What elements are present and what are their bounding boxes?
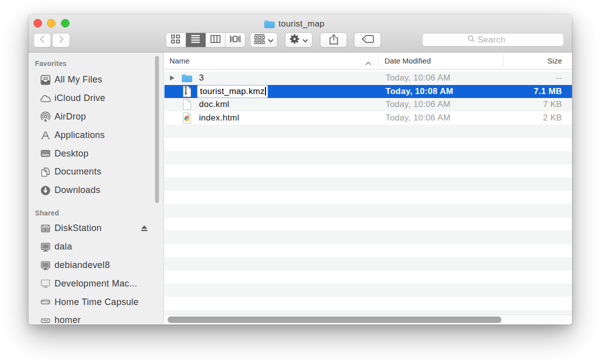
- sidebar-item-debiandevel8[interactable]: debiandevel8: [28, 256, 164, 274]
- action-button[interactable]: [285, 32, 312, 48]
- chevron-down-icon: [302, 36, 308, 44]
- flatbox-icon: [40, 314, 52, 324]
- empty-row: [164, 218, 572, 231]
- sort-ascending-icon: [365, 58, 372, 67]
- column-view-icon: [210, 35, 220, 45]
- sidebar-item-documents[interactable]: Documents: [28, 163, 164, 182]
- desktop-icon: [40, 148, 52, 160]
- empty-row: [164, 270, 572, 284]
- file-name: index.html: [199, 113, 239, 123]
- list-view-icon: [191, 34, 200, 46]
- file-row-index-html[interactable]: index.htmlToday, 10:06 AM2 KB: [164, 112, 572, 125]
- finder-window: tourist_map Search Favorite: [28, 14, 572, 324]
- eject-icon[interactable]: [140, 224, 148, 232]
- text-insertion-cursor: [265, 87, 266, 96]
- sidebar-item-label: Applications: [54, 130, 105, 140]
- airdrop-icon: [40, 111, 52, 123]
- sidebar-item-applications[interactable]: Applications: [28, 126, 164, 144]
- sidebar-item-label: DiskStation: [54, 223, 102, 234]
- sidebar-item-label: Home Time Capsule: [54, 297, 138, 308]
- search-field[interactable]: Search: [422, 33, 564, 46]
- folder-icon: [181, 72, 193, 84]
- kmz-doc-icon: [181, 86, 193, 98]
- sidebar-item-label: homer: [54, 315, 81, 324]
- forward-chevron-icon: [58, 35, 64, 46]
- empty-row: [164, 178, 572, 191]
- sidebar-item-dala[interactable]: dala: [28, 238, 164, 256]
- file-row-doc-kml[interactable]: doc.kmlToday, 10:06 AM7 KB: [164, 98, 572, 112]
- file-size: 7 KB: [543, 100, 562, 110]
- file-row-3[interactable]: 3Today, 10:06 AM--: [164, 72, 572, 85]
- empty-row: [164, 151, 572, 164]
- file-size: 7.1 MB: [534, 86, 562, 96]
- blank-doc-icon: [181, 98, 193, 110]
- sidebar-item-downloads[interactable]: Downloads: [28, 181, 164, 200]
- file-date-modified: Today, 10:08 AM: [386, 86, 454, 96]
- column-header-name[interactable]: Name: [170, 56, 190, 65]
- empty-row: [164, 257, 572, 270]
- column-divider[interactable]: [503, 55, 504, 66]
- magnifier-icon: [468, 35, 475, 44]
- sidebar-item-homer[interactable]: homer: [28, 312, 164, 324]
- file-name: 3: [199, 73, 204, 83]
- timecapsule-icon: [40, 296, 52, 308]
- arrange-grid-icon: [254, 34, 265, 46]
- coverflow-view-button[interactable]: [226, 33, 245, 47]
- forward-button[interactable]: [52, 33, 70, 48]
- column-view-button[interactable]: [206, 33, 226, 47]
- empty-row: [164, 297, 572, 310]
- empty-row: [164, 244, 572, 258]
- window-title-group: tourist_map: [28, 18, 566, 29]
- sidebar-item-label: Development Mac...: [54, 278, 137, 289]
- sidebar-item-airdrop[interactable]: AirDrop: [28, 108, 164, 126]
- sidebar-item-label: All My Files: [54, 74, 102, 85]
- sidebar-item-label: Documents: [54, 166, 102, 177]
- all-my-files-icon: [40, 74, 52, 86]
- column-header-date-modified[interactable]: Date Modified: [384, 56, 431, 65]
- file-list-pane: Name Date Modified Size 3Today, 10:06 AM…: [164, 52, 572, 324]
- column-header-size[interactable]: Size: [548, 56, 562, 65]
- sidebar-item-home-time-capsule[interactable]: Home Time Capsule: [28, 293, 164, 312]
- downloads-icon: [40, 184, 52, 196]
- back-button[interactable]: [34, 33, 51, 48]
- icon-view-button[interactable]: [166, 33, 186, 47]
- empty-row: [164, 284, 572, 297]
- documents-icon: [40, 166, 52, 178]
- sidebar-item-all-my-files[interactable]: All My Files: [28, 71, 164, 90]
- sidebar-item-desktop[interactable]: Desktop: [28, 144, 164, 163]
- file-size: --: [556, 73, 562, 83]
- file-date-modified: Today, 10:06 AM: [386, 113, 450, 123]
- arrange-button[interactable]: [250, 32, 278, 48]
- column-divider[interactable]: [378, 55, 379, 66]
- list-header: Name Date Modified Size: [164, 52, 572, 70]
- empty-row: [164, 230, 572, 244]
- file-rows: 3Today, 10:06 AM--tourist_map.kmzToday, …: [164, 72, 572, 324]
- sidebar-item-label: dala: [54, 242, 72, 252]
- empty-row: [164, 124, 572, 138]
- sidebar-item-development-mac[interactable]: Development Mac...: [28, 274, 164, 293]
- filename-edit-field[interactable]: tourist_map.kmz: [198, 86, 268, 98]
- empty-row: [164, 138, 572, 152]
- file-size: 2 KB: [543, 113, 562, 123]
- list-view-button[interactable]: [186, 33, 206, 47]
- sidebar-item-label: Downloads: [54, 185, 100, 196]
- horizontal-scrollbar-thumb[interactable]: [168, 316, 502, 323]
- empty-row: [164, 191, 572, 204]
- tag-button[interactable]: [354, 32, 381, 48]
- share-button[interactable]: [320, 32, 347, 48]
- sidebar-item-icloud-drive[interactable]: iCloud Drive: [28, 89, 164, 108]
- file-name: doc.kml: [199, 100, 230, 110]
- file-row-tourist-map-kmz[interactable]: tourist_map.kmzToday, 10:08 AM7.1 MB: [164, 85, 572, 98]
- file-date-modified: Today, 10:06 AM: [386, 73, 450, 83]
- applications-icon: [40, 129, 52, 141]
- sidebar-item-label: Desktop: [54, 148, 88, 159]
- disclosure-triangle-icon[interactable]: [170, 76, 174, 80]
- empty-row: [164, 164, 572, 178]
- filename-edit-text: tourist_map.kmz: [200, 86, 264, 96]
- display-icon: [40, 241, 52, 253]
- window-header: tourist_map Search: [28, 14, 572, 52]
- sidebar-item-label: AirDrop: [54, 112, 86, 122]
- sidebar-section-label-shared: Shared: [35, 209, 59, 217]
- icloud-icon: [40, 92, 52, 104]
- sidebar-item-diskstation[interactable]: DiskStation: [28, 220, 164, 238]
